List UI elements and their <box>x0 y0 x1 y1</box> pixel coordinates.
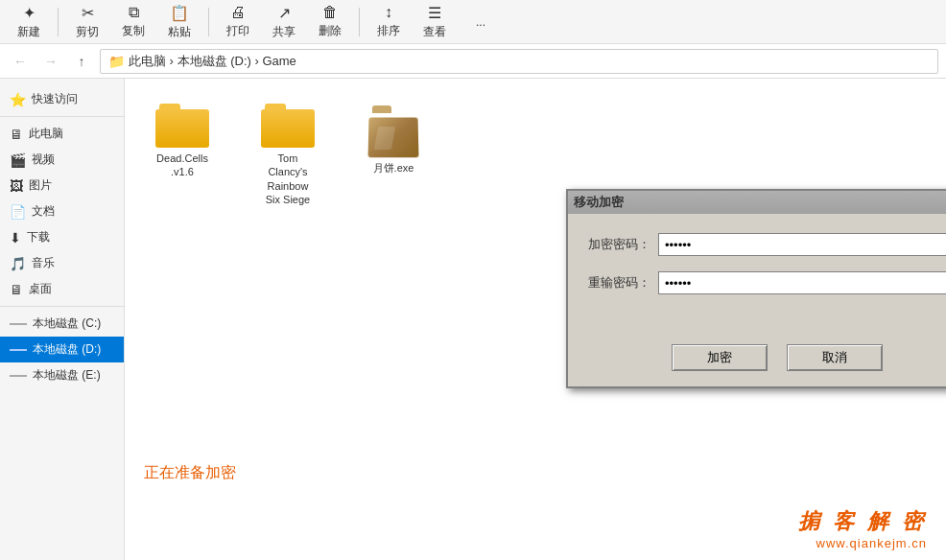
view-button[interactable]: ☰ 查看 <box>414 3 456 41</box>
list-item[interactable]: 月饼.exe <box>355 98 432 180</box>
drive-line-icon-d <box>10 349 27 351</box>
star-icon: ⭐ <box>10 92 26 107</box>
music-icon: 🎵 <box>10 256 26 271</box>
cancel-button[interactable]: 取消 <box>787 344 883 371</box>
watermark-title: 掮 客 解 密 <box>798 507 927 536</box>
watermark-url: www.qiankejm.cn <box>798 536 927 550</box>
confirm-row: 重输密码： <box>583 271 946 294</box>
sidebar-item-pictures[interactable]: 🖼 图片 <box>0 173 124 198</box>
password-input[interactable] <box>658 233 946 256</box>
new-icon: ✦ <box>23 4 35 22</box>
new-button[interactable]: ✦ 新建 <box>8 3 50 41</box>
file-name-tomclancy: TomClancy'sRainbowSix Siege <box>266 152 310 206</box>
file-name-mooncake: 月饼.exe <box>373 161 414 175</box>
dialog-title: 移动加密 <box>574 194 624 211</box>
addressbar: ← → ↑ 📁 此电脑 › 本地磁盘 (D:) › Game <box>0 44 946 79</box>
up-button[interactable]: ↑ <box>69 49 94 74</box>
status-text: 正在准备加密 <box>144 463 236 483</box>
toolbar-separator <box>58 8 59 36</box>
paste-button[interactable]: 📋 粘贴 <box>158 3 201 41</box>
share-icon: ↗ <box>278 4 291 22</box>
password-label: 加密密码： <box>583 236 650 253</box>
sidebar-item-drive-d[interactable]: 本地磁盘 (D:) <box>0 337 124 362</box>
delete-icon: 🗑 <box>322 4 338 21</box>
computer-icon: 🖥 <box>10 127 23 142</box>
sidebar-item-desktop[interactable]: 🖥 桌面 <box>0 276 124 302</box>
forward-button[interactable]: → <box>38 49 63 74</box>
more-button[interactable]: ... <box>460 3 502 41</box>
print-button[interactable]: 🖨 打印 <box>217 3 259 41</box>
back-button[interactable]: ← <box>8 49 33 74</box>
dialog-body: 加密密码： 重输密码： ? 加密 取消 <box>568 214 946 386</box>
paste-icon: 📋 <box>170 4 189 22</box>
breadcrumb[interactable]: 📁 此电脑 › 本地磁盘 (D:) › Game <box>100 49 938 74</box>
sidebar-item-downloads[interactable]: ⬇ 下载 <box>0 224 124 250</box>
password-row: 加密密码： <box>583 233 946 256</box>
sidebar-item-thispc[interactable]: 🖥 此电脑 <box>0 121 124 147</box>
view-icon: ☰ <box>428 4 441 22</box>
sidebar-item-documents[interactable]: 📄 文档 <box>0 198 124 224</box>
folder-icon-tomclancy <box>261 104 315 148</box>
sidebar-item-music[interactable]: 🎵 音乐 <box>0 250 124 276</box>
folder-icon: 📁 <box>108 54 125 69</box>
toolbar-separator-2 <box>208 8 209 36</box>
sidebar-item-videos[interactable]: 🎬 视频 <box>0 147 124 173</box>
file-name-deadcells: Dead.Cells.v1.6 <box>156 152 208 179</box>
sidebar-item-drive-e[interactable]: 本地磁盘 (E:) <box>0 362 124 388</box>
drive-line-icon-e <box>10 375 27 377</box>
video-icon: 🎬 <box>10 152 26 168</box>
list-item[interactable]: Dead.Cells.v1.6 <box>144 98 221 185</box>
sidebar-item-quickaccess[interactable]: ⭐ 快速访问 <box>0 86 124 112</box>
sidebar-item-drive-c[interactable]: 本地磁盘 (C:) <box>0 311 124 337</box>
list-item[interactable]: TomClancy'sRainbowSix Siege <box>249 98 326 212</box>
confirm-input[interactable] <box>658 271 946 294</box>
delete-button[interactable]: 🗑 删除 <box>309 3 351 41</box>
file-area: Dead.Cells.v1.6 TomClancy'sRainbowSix Si… <box>125 79 946 560</box>
desktop-icon: 🖥 <box>10 282 23 297</box>
dialog-buttons: 加密 取消 <box>583 344 946 371</box>
copy-button[interactable]: ⧉ 复制 <box>112 3 154 41</box>
sidebar-separator-2 <box>0 306 124 307</box>
download-icon: ⬇ <box>10 230 21 245</box>
sort-button[interactable]: ↕ 排序 <box>367 3 410 41</box>
help-row: ? <box>583 310 946 331</box>
picture-icon: 🖼 <box>10 178 23 194</box>
copy-icon: ⧉ <box>129 4 139 21</box>
cut-button[interactable]: ✂ 剪切 <box>66 3 108 41</box>
toolbar: ✦ 新建 ✂ 剪切 ⧉ 复制 📋 粘贴 🖨 打印 ↗ 共享 🗑 删除 ↕ 排序 … <box>0 0 946 44</box>
encrypt-button[interactable]: 加密 <box>672 344 768 371</box>
sort-icon: ↕ <box>385 4 392 21</box>
exe-icon-mooncake <box>367 104 420 157</box>
drive-line-icon <box>10 323 27 325</box>
main-container: ⭐ 快速访问 🖥 此电脑 🎬 视频 🖼 图片 📄 文档 ⬇ 下载 🎵 音乐 <box>0 79 946 560</box>
share-button[interactable]: ↗ 共享 <box>263 3 305 41</box>
print-icon: 🖨 <box>230 4 246 21</box>
sidebar: ⭐ 快速访问 🖥 此电脑 🎬 视频 🖼 图片 📄 文档 ⬇ 下载 🎵 音乐 <box>0 79 125 560</box>
cut-icon: ✂ <box>82 4 94 22</box>
document-icon: 📄 <box>10 204 26 220</box>
dialog-titlebar: 移动加密 ✕ <box>568 191 946 214</box>
sidebar-separator <box>0 116 124 117</box>
watermark: 掮 客 解 密 www.qiankejm.cn <box>798 507 927 550</box>
confirm-label: 重输密码： <box>583 274 650 292</box>
folder-icon-deadcells <box>155 104 209 148</box>
toolbar-separator-3 <box>359 8 360 36</box>
encryption-dialog: 移动加密 ✕ 加密密码： 重输密码： ? 加密 取消 <box>566 189 946 388</box>
